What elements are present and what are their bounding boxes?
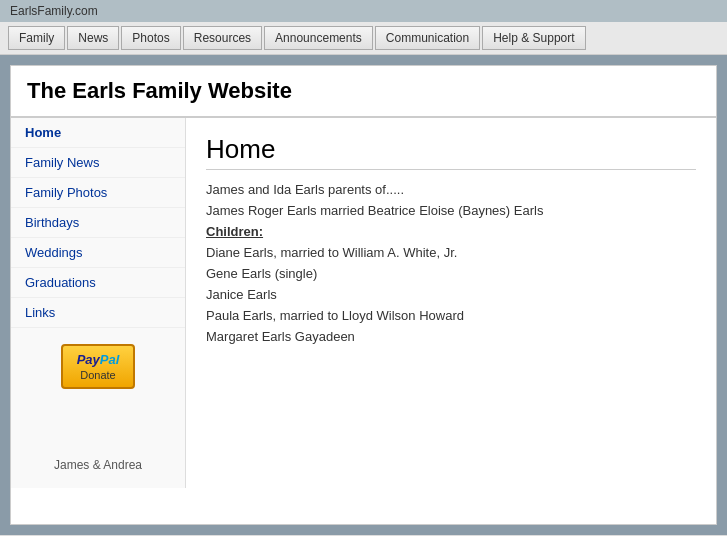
content-line-4: Gene Earls (single) [206,266,696,281]
content-line-6: Paula Earls, married to Lloyd Wilson How… [206,308,696,323]
sidebar-nav: HomeFamily NewsFamily PhotosBirthdaysWed… [11,118,185,328]
main-content: Home James and Ida Earls parents of.....… [186,118,716,488]
nav-tab-resources[interactable]: Resources [183,26,262,50]
page-wrapper: The Earls Family Website HomeFamily News… [10,65,717,525]
content-line-5: Janice Earls [206,287,696,302]
paypal-logo: PayPal [77,352,120,367]
sidebar-bottom: James & Andrea [11,442,185,488]
main-heading: Home [206,134,696,170]
main-lines: James and Ida Earls parents of.....James… [206,182,696,344]
content-line-1: James Roger Earls married Beatrice Elois… [206,203,696,218]
footer-bar: Home|Photos|Links|Contact Us © 2006-2010… [0,535,727,545]
sidebar-item-family-news[interactable]: Family News [11,148,185,178]
content-area: HomeFamily NewsFamily PhotosBirthdaysWed… [11,118,716,488]
site-name: EarlsFamily.com [10,4,98,18]
page-title: The Earls Family Website [27,78,700,104]
sidebar-item-family-photos[interactable]: Family Photos [11,178,185,208]
sidebar: HomeFamily NewsFamily PhotosBirthdaysWed… [11,118,186,488]
sidebar-author: James & Andrea [54,458,142,472]
nav-bar: FamilyNewsPhotosResourcesAnnouncementsCo… [0,22,727,55]
sidebar-item-home[interactable]: Home [11,118,185,148]
content-line-0: James and Ida Earls parents of..... [206,182,696,197]
topbar: EarlsFamily.com [0,0,727,22]
nav-tab-photos[interactable]: Photos [121,26,180,50]
page-title-bar: The Earls Family Website [11,66,716,118]
sidebar-item-links[interactable]: Links [11,298,185,328]
sidebar-item-weddings[interactable]: Weddings [11,238,185,268]
nav-tab-announcements[interactable]: Announcements [264,26,373,50]
paypal-donate-button[interactable]: PayPal Donate [61,344,136,389]
content-line-3: Diane Earls, married to William A. White… [206,245,696,260]
sidebar-item-birthdays[interactable]: Birthdays [11,208,185,238]
content-label-2: Children: [206,224,696,239]
content-line-7: Margaret Earls Gayadeen [206,329,696,344]
nav-tab-help[interactable]: Help & Support [482,26,585,50]
sidebar-item-graduations[interactable]: Graduations [11,268,185,298]
donate-label: Donate [77,369,120,381]
nav-tab-family[interactable]: Family [8,26,65,50]
nav-tab-communication[interactable]: Communication [375,26,480,50]
nav-tab-news[interactable]: News [67,26,119,50]
paypal-area: PayPal Donate [11,328,185,405]
